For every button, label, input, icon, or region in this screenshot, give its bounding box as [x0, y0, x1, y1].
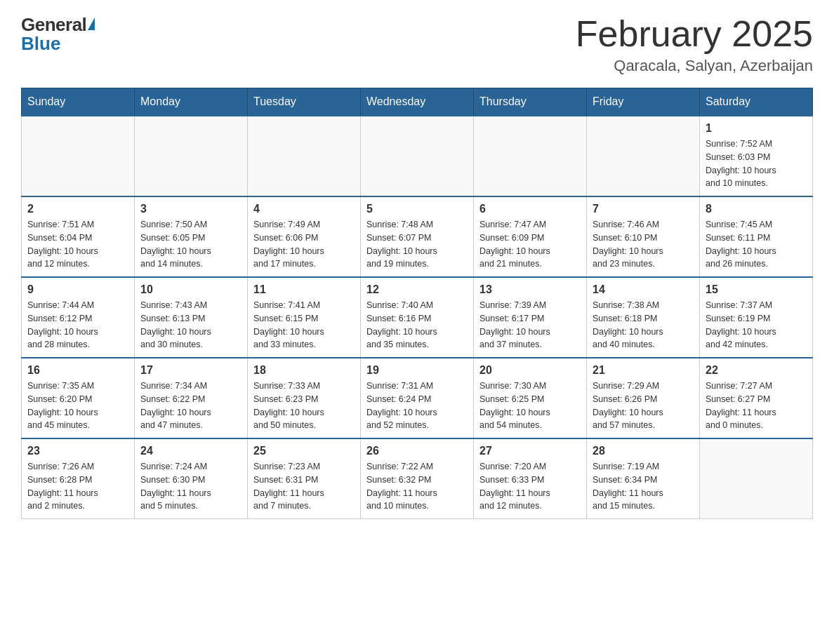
day-info: Sunrise: 7:24 AMSunset: 6:30 PMDaylight:…	[140, 460, 241, 513]
day-number: 16	[27, 364, 128, 377]
day-number: 12	[366, 283, 468, 296]
day-number: 5	[366, 203, 468, 215]
logo-blue-text: Blue	[21, 33, 60, 55]
day-info: Sunrise: 7:50 AMSunset: 6:05 PMDaylight:…	[140, 218, 241, 271]
weekday-header-tuesday: Tuesday	[248, 88, 361, 116]
day-number: 27	[479, 445, 581, 457]
day-info: Sunrise: 7:26 AMSunset: 6:28 PMDaylight:…	[27, 460, 128, 513]
day-info: Sunrise: 7:35 AMSunset: 6:20 PMDaylight:…	[27, 380, 128, 432]
day-info: Sunrise: 7:31 AMSunset: 6:24 PMDaylight:…	[366, 380, 468, 432]
calendar-cell: 27Sunrise: 7:20 AMSunset: 6:33 PMDayligh…	[474, 438, 587, 519]
calendar-cell: 3Sunrise: 7:50 AMSunset: 6:05 PMDaylight…	[135, 196, 248, 277]
calendar-cell: 23Sunrise: 7:26 AMSunset: 6:28 PMDayligh…	[22, 438, 135, 519]
day-info: Sunrise: 7:39 AMSunset: 6:17 PMDaylight:…	[479, 299, 581, 351]
logo-triangle-icon	[88, 18, 95, 30]
weekday-header-saturday: Saturday	[700, 88, 813, 116]
day-number: 2	[27, 203, 128, 215]
weekday-header-monday: Monday	[135, 88, 248, 116]
day-info: Sunrise: 7:27 AMSunset: 6:27 PMDaylight:…	[706, 380, 807, 432]
calendar-cell: 28Sunrise: 7:19 AMSunset: 6:34 PMDayligh…	[587, 438, 700, 519]
calendar-cell: 24Sunrise: 7:24 AMSunset: 6:30 PMDayligh…	[135, 438, 248, 519]
day-number: 13	[479, 283, 581, 296]
day-info: Sunrise: 7:47 AMSunset: 6:09 PMDaylight:…	[479, 218, 581, 271]
calendar-table: SundayMondayTuesdayWednesdayThursdayFrid…	[21, 88, 813, 519]
day-info: Sunrise: 7:43 AMSunset: 6:13 PMDaylight:…	[140, 299, 241, 351]
day-info: Sunrise: 7:29 AMSunset: 6:26 PMDaylight:…	[593, 380, 694, 432]
day-info: Sunrise: 7:51 AMSunset: 6:04 PMDaylight:…	[27, 218, 128, 271]
calendar-cell: 11Sunrise: 7:41 AMSunset: 6:15 PMDayligh…	[248, 277, 361, 358]
calendar-cell: 4Sunrise: 7:49 AMSunset: 6:06 PMDaylight…	[248, 196, 361, 277]
calendar-cell	[248, 116, 361, 196]
day-info: Sunrise: 7:38 AMSunset: 6:18 PMDaylight:…	[593, 299, 694, 351]
calendar-cell: 8Sunrise: 7:45 AMSunset: 6:11 PMDaylight…	[700, 196, 813, 277]
page-header: General Blue February 2025 Qaracala, Sal…	[21, 14, 813, 75]
weekday-header-thursday: Thursday	[474, 88, 587, 116]
calendar-cell	[22, 116, 135, 196]
day-number: 10	[140, 283, 241, 296]
day-number: 28	[593, 445, 694, 457]
calendar-cell	[361, 116, 474, 196]
logo: General Blue	[21, 14, 95, 55]
calendar-cell	[700, 438, 813, 519]
calendar-cell: 1Sunrise: 7:52 AMSunset: 6:03 PMDaylight…	[700, 116, 813, 196]
day-number: 9	[27, 283, 128, 296]
week-row-3: 9Sunrise: 7:44 AMSunset: 6:12 PMDaylight…	[22, 277, 813, 358]
calendar-cell: 7Sunrise: 7:46 AMSunset: 6:10 PMDaylight…	[587, 196, 700, 277]
day-info: Sunrise: 7:46 AMSunset: 6:10 PMDaylight:…	[593, 218, 694, 271]
week-row-5: 23Sunrise: 7:26 AMSunset: 6:28 PMDayligh…	[22, 438, 813, 519]
day-number: 3	[140, 203, 241, 215]
day-info: Sunrise: 7:52 AMSunset: 6:03 PMDaylight:…	[706, 137, 807, 190]
week-row-2: 2Sunrise: 7:51 AMSunset: 6:04 PMDaylight…	[22, 196, 813, 277]
day-info: Sunrise: 7:23 AMSunset: 6:31 PMDaylight:…	[253, 460, 355, 513]
day-number: 8	[706, 203, 807, 215]
calendar-cell: 2Sunrise: 7:51 AMSunset: 6:04 PMDaylight…	[22, 196, 135, 277]
calendar-cell	[474, 116, 587, 196]
day-info: Sunrise: 7:33 AMSunset: 6:23 PMDaylight:…	[253, 380, 355, 432]
calendar-subtitle: Qaracala, Salyan, Azerbaijan	[576, 57, 813, 75]
day-info: Sunrise: 7:20 AMSunset: 6:33 PMDaylight:…	[479, 460, 581, 513]
day-info: Sunrise: 7:48 AMSunset: 6:07 PMDaylight:…	[366, 218, 468, 271]
day-number: 20	[479, 364, 581, 377]
calendar-cell: 14Sunrise: 7:38 AMSunset: 6:18 PMDayligh…	[587, 277, 700, 358]
calendar-cell: 9Sunrise: 7:44 AMSunset: 6:12 PMDaylight…	[22, 277, 135, 358]
day-number: 7	[593, 203, 694, 215]
calendar-cell: 19Sunrise: 7:31 AMSunset: 6:24 PMDayligh…	[361, 358, 474, 438]
day-number: 26	[366, 445, 468, 457]
day-number: 19	[366, 364, 468, 377]
weekday-header-row: SundayMondayTuesdayWednesdayThursdayFrid…	[22, 88, 813, 116]
calendar-cell: 25Sunrise: 7:23 AMSunset: 6:31 PMDayligh…	[248, 438, 361, 519]
weekday-header-sunday: Sunday	[22, 88, 135, 116]
week-row-1: 1Sunrise: 7:52 AMSunset: 6:03 PMDaylight…	[22, 116, 813, 196]
day-info: Sunrise: 7:34 AMSunset: 6:22 PMDaylight:…	[140, 380, 241, 432]
calendar-cell	[587, 116, 700, 196]
day-info: Sunrise: 7:22 AMSunset: 6:32 PMDaylight:…	[366, 460, 468, 513]
day-number: 21	[593, 364, 694, 377]
day-info: Sunrise: 7:30 AMSunset: 6:25 PMDaylight:…	[479, 380, 581, 432]
calendar-cell: 6Sunrise: 7:47 AMSunset: 6:09 PMDaylight…	[474, 196, 587, 277]
calendar-cell: 13Sunrise: 7:39 AMSunset: 6:17 PMDayligh…	[474, 277, 587, 358]
day-number: 18	[253, 364, 355, 377]
day-info: Sunrise: 7:40 AMSunset: 6:16 PMDaylight:…	[366, 299, 468, 351]
day-number: 25	[253, 445, 355, 457]
calendar-title: February 2025	[576, 14, 813, 54]
weekday-header-wednesday: Wednesday	[361, 88, 474, 116]
day-number: 22	[706, 364, 807, 377]
calendar-cell: 17Sunrise: 7:34 AMSunset: 6:22 PMDayligh…	[135, 358, 248, 438]
day-number: 1	[706, 122, 807, 135]
day-info: Sunrise: 7:41 AMSunset: 6:15 PMDaylight:…	[253, 299, 355, 351]
day-number: 17	[140, 364, 241, 377]
calendar-cell: 5Sunrise: 7:48 AMSunset: 6:07 PMDaylight…	[361, 196, 474, 277]
day-number: 24	[140, 445, 241, 457]
calendar-cell: 22Sunrise: 7:27 AMSunset: 6:27 PMDayligh…	[700, 358, 813, 438]
calendar-cell: 16Sunrise: 7:35 AMSunset: 6:20 PMDayligh…	[22, 358, 135, 438]
day-number: 14	[593, 283, 694, 296]
week-row-4: 16Sunrise: 7:35 AMSunset: 6:20 PMDayligh…	[22, 358, 813, 438]
day-number: 4	[253, 203, 355, 215]
day-number: 11	[253, 283, 355, 296]
day-info: Sunrise: 7:19 AMSunset: 6:34 PMDaylight:…	[593, 460, 694, 513]
day-number: 6	[479, 203, 581, 215]
title-area: February 2025 Qaracala, Salyan, Azerbaij…	[576, 14, 813, 75]
day-number: 23	[27, 445, 128, 457]
day-info: Sunrise: 7:37 AMSunset: 6:19 PMDaylight:…	[706, 299, 807, 351]
calendar-cell: 20Sunrise: 7:30 AMSunset: 6:25 PMDayligh…	[474, 358, 587, 438]
